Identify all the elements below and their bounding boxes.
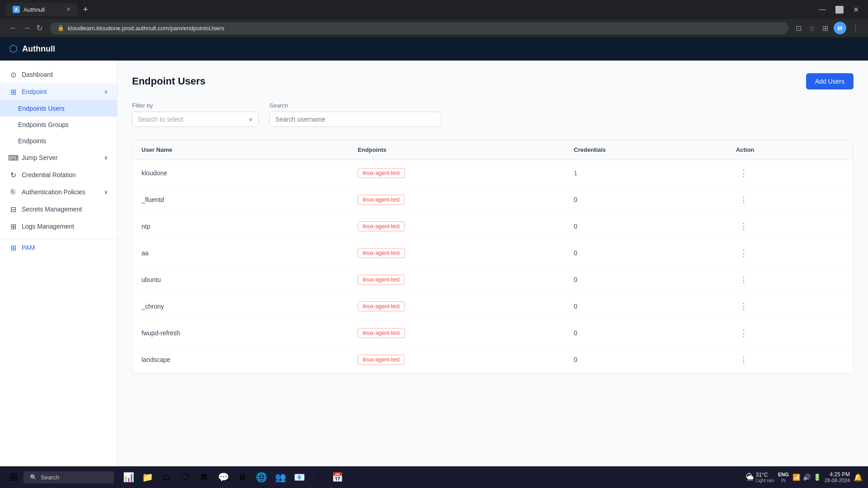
close-button[interactable]: ✕	[849, 4, 863, 16]
address-bar-actions: ⊡ ☆ ⊞ M ⋮	[794, 22, 861, 34]
dashboard-icon: ⊙	[9, 70, 17, 79]
new-tab-button[interactable]: +	[80, 3, 92, 16]
action-menu-button[interactable]: ⋮	[736, 353, 751, 366]
users-table: User Name Endpoints Credentials Action k…	[132, 140, 854, 373]
cell-endpoint: linux-agent-test	[358, 248, 574, 258]
jump-server-chevron-icon: ∨	[104, 155, 108, 161]
credentials-link[interactable]: 1	[574, 169, 577, 177]
sidebar-item-secrets-management[interactable]: ⊟ Secrets Management	[0, 201, 117, 218]
menu-button[interactable]: ⋮	[850, 22, 861, 34]
endpoint-tag: linux-agent-test	[358, 355, 405, 365]
col-endpoints: Endpoints	[358, 146, 574, 153]
profile-button[interactable]: M	[834, 22, 846, 34]
url-text: kloudlearn.kloudone.prod.authnull.com/pa…	[68, 25, 224, 32]
maximize-button[interactable]: ⬜	[831, 4, 848, 16]
cell-credentials: 0	[574, 276, 736, 283]
action-menu-button[interactable]: ⋮	[736, 326, 751, 340]
cell-credentials: 0	[574, 223, 736, 230]
cell-credentials: 0	[574, 303, 736, 310]
endpoint-chevron-up-icon: ∧	[104, 89, 108, 95]
reload-button[interactable]: ↻	[34, 21, 45, 35]
sidebar-item-endpoints[interactable]: Endpoints	[0, 133, 117, 149]
action-menu-button[interactable]: ⋮	[736, 273, 751, 286]
sidebar-label-jump-server: Jump Server	[22, 154, 57, 161]
sidebar-item-endpoints-users[interactable]: Endpoints Users	[0, 100, 117, 117]
filter-by-label: Filter by	[132, 102, 259, 109]
action-menu-button[interactable]: ⋮	[736, 166, 751, 180]
sidebar-item-dashboard[interactable]: ⊙ Dashboard	[0, 66, 117, 83]
cell-action: ⋮	[736, 326, 844, 340]
cell-endpoint: linux-agent-test	[358, 275, 574, 285]
action-menu-button[interactable]: ⋮	[736, 246, 751, 260]
cell-action: ⋮	[736, 246, 844, 260]
cell-credentials: 0	[574, 329, 736, 337]
filter-chevron-icon: ∨	[249, 116, 253, 122]
action-menu-button[interactable]: ⋮	[736, 220, 751, 233]
back-button[interactable]: ←	[7, 21, 19, 35]
cast-button[interactable]: ⊡	[794, 22, 803, 34]
filter-select[interactable]: Search to select ∨	[132, 112, 259, 127]
search-group: Search	[269, 102, 441, 127]
search-input[interactable]	[269, 112, 441, 127]
table-body: kloudone linux-agent-test 1 ⋮ _fluentd l…	[132, 160, 853, 373]
sidebar-item-jump-server[interactable]: ⌨ Jump Server ∨	[0, 149, 117, 166]
endpoint-tag: linux-agent-test	[358, 301, 405, 311]
logs-icon: ⊞	[9, 222, 17, 230]
tab-favicon: A	[13, 6, 20, 13]
cell-username: aa	[142, 249, 358, 257]
auth-policies-icon: ⎘	[9, 188, 17, 196]
sidebar-item-credential-rotation[interactable]: ↻ Credential Rotation	[0, 166, 117, 183]
minimize-button[interactable]: —	[815, 4, 830, 16]
page-title: Endpoint Users	[132, 75, 206, 87]
main-content: Endpoint Users Add Users Filter by Searc…	[118, 61, 868, 466]
tab-close-button[interactable]: ×	[66, 5, 71, 14]
tab-bar: A Authnull × +	[5, 3, 811, 16]
table-row: _chrony linux-agent-test 0 ⋮	[132, 293, 853, 320]
sidebar-item-authentication-policies[interactable]: ⎘ Authentication Policies ∨	[0, 183, 117, 201]
jump-server-icon: ⌨	[9, 154, 17, 162]
url-bar[interactable]: 🔒 kloudlearn.kloudone.prod.authnull.com/…	[50, 22, 788, 34]
lock-icon: 🔒	[57, 25, 64, 31]
app-name: Authnull	[22, 44, 55, 54]
sidebar-label-endpoints-groups: Endpoints Groups	[18, 121, 69, 128]
credentials-value: 0	[574, 303, 577, 310]
sidebar-item-endpoint[interactable]: ⊞ Endpoint ∧	[0, 83, 117, 100]
secrets-icon: ⊟	[9, 205, 17, 213]
sidebar-label-credential-rotation: Credential Rotation	[22, 171, 76, 178]
cell-endpoint: linux-agent-test	[358, 355, 574, 365]
add-users-button[interactable]: Add Users	[806, 73, 854, 89]
col-username: User Name	[142, 146, 358, 153]
sidebar-label-auth-policies: Authentication Policies	[22, 188, 85, 196]
cell-credentials: 1	[574, 169, 736, 177]
cell-username: _chrony	[142, 303, 358, 310]
cell-endpoint: linux-agent-test	[358, 195, 574, 205]
forward-button[interactable]: →	[21, 21, 33, 35]
nav-buttons: ← → ↻	[7, 21, 45, 35]
bookmark-button[interactable]: ☆	[807, 22, 817, 34]
table-row: ubuntu linux-agent-test 0 ⋮	[132, 267, 853, 293]
sidebar-label-logs: Logs Management	[22, 223, 74, 230]
address-bar: ← → ↻ 🔒 kloudlearn.kloudone.prod.authnul…	[0, 19, 868, 37]
sidebar-label-pam: PAM	[22, 244, 35, 251]
cell-username: fwupd-refresh	[142, 329, 358, 337]
cell-credentials: 0	[574, 249, 736, 257]
credentials-value: 0	[574, 329, 577, 337]
sidebar-item-logs-management[interactable]: ⊞ Logs Management	[0, 218, 117, 235]
endpoint-tag: linux-agent-test	[358, 221, 405, 231]
sidebar-item-pam[interactable]: ⊞ PAM	[0, 239, 117, 256]
table-row: aa linux-agent-test 0 ⋮	[132, 240, 853, 267]
cell-action: ⋮	[736, 193, 844, 206]
cell-action: ⋮	[736, 300, 844, 313]
col-credentials: Credentials	[574, 146, 736, 153]
active-tab[interactable]: A Authnull ×	[5, 3, 78, 16]
pam-icon: ⊞	[9, 244, 17, 252]
logo-icon: ⬡	[9, 43, 18, 55]
action-menu-button[interactable]: ⋮	[736, 300, 751, 313]
sidebar-item-endpoints-groups[interactable]: Endpoints Groups	[0, 117, 117, 133]
cell-credentials: 0	[574, 356, 736, 363]
cell-username: _fluentd	[142, 196, 358, 203]
auth-policies-chevron-icon: ∨	[104, 189, 108, 195]
app-logo: ⬡ Authnull	[9, 43, 55, 55]
extension-button[interactable]: ⊞	[821, 22, 830, 34]
action-menu-button[interactable]: ⋮	[736, 193, 751, 206]
